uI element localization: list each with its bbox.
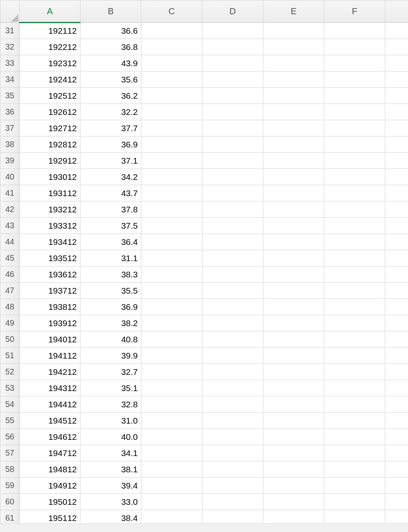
cell-C[interactable] — [141, 234, 202, 250]
cell-partial[interactable] — [385, 364, 408, 380]
cell-A[interactable]: 194612 — [20, 429, 80, 445]
cell-C[interactable] — [141, 396, 202, 413]
cell-A[interactable]: 192712 — [20, 120, 80, 136]
cell-F[interactable] — [324, 234, 385, 250]
row-header[interactable]: 57 — [0, 445, 20, 461]
cell-D[interactable] — [202, 396, 263, 413]
cell-B[interactable]: 32.7 — [80, 364, 141, 380]
cell-F[interactable] — [324, 39, 385, 55]
row-header[interactable]: 55 — [0, 413, 20, 429]
row-header[interactable]: 60 — [0, 494, 20, 510]
cell-A[interactable]: 192912 — [20, 153, 80, 169]
cell-D[interactable] — [202, 120, 263, 136]
cell-partial[interactable] — [385, 461, 408, 478]
cell-A[interactable]: 193612 — [20, 266, 80, 283]
cell-partial[interactable] — [385, 120, 408, 136]
cell-E[interactable] — [263, 348, 324, 364]
cell-F[interactable] — [324, 445, 385, 461]
cell-C[interactable] — [141, 299, 202, 315]
cell-A[interactable]: 194112 — [20, 348, 80, 364]
cell-B[interactable]: 32.2 — [80, 104, 141, 120]
column-header-partial[interactable] — [385, 0, 408, 23]
cell-A[interactable]: 192512 — [20, 88, 80, 104]
cell-D[interactable] — [202, 315, 263, 331]
cell-B[interactable]: 36.6 — [80, 23, 141, 39]
cell-A[interactable]: 193512 — [20, 250, 80, 266]
cell-E[interactable] — [263, 136, 324, 153]
cell-D[interactable] — [202, 364, 263, 380]
cell-F[interactable] — [324, 71, 385, 88]
select-all-corner[interactable] — [0, 0, 20, 23]
cell-B[interactable]: 36.4 — [80, 234, 141, 250]
cell-C[interactable] — [141, 153, 202, 169]
cell-C[interactable] — [141, 429, 202, 445]
cell-C[interactable] — [141, 315, 202, 331]
cell-E[interactable] — [263, 55, 324, 71]
cell-C[interactable] — [141, 71, 202, 88]
cell-A[interactable]: 193412 — [20, 234, 80, 250]
cell-D[interactable] — [202, 71, 263, 88]
cell-D[interactable] — [202, 445, 263, 461]
cell-B[interactable]: 38.1 — [80, 461, 141, 478]
cell-D[interactable] — [202, 413, 263, 429]
cell-A[interactable]: 193312 — [20, 218, 80, 234]
spreadsheet-grid[interactable]: A B C D E F 3119211236.63219221236.83319… — [0, 0, 408, 526]
horizontal-scrollbar[interactable] — [0, 523, 408, 532]
cell-D[interactable] — [202, 494, 263, 510]
cell-partial[interactable] — [385, 153, 408, 169]
cell-B[interactable]: 40.8 — [80, 331, 141, 348]
row-header[interactable]: 46 — [0, 266, 20, 283]
row-header[interactable]: 38 — [0, 136, 20, 153]
cell-partial[interactable] — [385, 234, 408, 250]
cell-E[interactable] — [263, 39, 324, 55]
cell-A[interactable]: 194912 — [20, 478, 80, 494]
cell-D[interactable] — [202, 348, 263, 364]
cell-partial[interactable] — [385, 266, 408, 283]
cell-partial[interactable] — [385, 250, 408, 266]
row-header[interactable]: 36 — [0, 104, 20, 120]
cell-C[interactable] — [141, 413, 202, 429]
cell-F[interactable] — [324, 169, 385, 185]
cell-B[interactable]: 43.9 — [80, 55, 141, 71]
cell-C[interactable] — [141, 120, 202, 136]
cell-partial[interactable] — [385, 23, 408, 39]
cell-partial[interactable] — [385, 478, 408, 494]
cell-F[interactable] — [324, 218, 385, 234]
cell-D[interactable] — [202, 104, 263, 120]
cell-E[interactable] — [263, 218, 324, 234]
row-header[interactable]: 53 — [0, 380, 20, 396]
cell-A[interactable]: 193212 — [20, 201, 80, 218]
row-header[interactable]: 47 — [0, 283, 20, 299]
cell-partial[interactable] — [385, 218, 408, 234]
cell-B[interactable]: 36.9 — [80, 299, 141, 315]
cell-B[interactable]: 40.0 — [80, 429, 141, 445]
cell-D[interactable] — [202, 218, 263, 234]
column-header-E[interactable]: E — [263, 0, 324, 23]
cell-E[interactable] — [263, 201, 324, 218]
cell-partial[interactable] — [385, 201, 408, 218]
cell-F[interactable] — [324, 283, 385, 299]
cell-D[interactable] — [202, 185, 263, 201]
cell-B[interactable]: 34.2 — [80, 169, 141, 185]
cell-A[interactable]: 194512 — [20, 413, 80, 429]
cell-B[interactable]: 36.2 — [80, 88, 141, 104]
cell-B[interactable]: 37.7 — [80, 120, 141, 136]
cell-E[interactable] — [263, 71, 324, 88]
cell-C[interactable] — [141, 348, 202, 364]
cell-A[interactable]: 192412 — [20, 71, 80, 88]
cell-F[interactable] — [324, 478, 385, 494]
cell-F[interactable] — [324, 201, 385, 218]
cell-partial[interactable] — [385, 299, 408, 315]
row-header[interactable]: 44 — [0, 234, 20, 250]
cell-D[interactable] — [202, 250, 263, 266]
cell-C[interactable] — [141, 55, 202, 71]
row-header[interactable]: 48 — [0, 299, 20, 315]
cell-D[interactable] — [202, 136, 263, 153]
cell-F[interactable] — [324, 266, 385, 283]
cell-F[interactable] — [324, 88, 385, 104]
cell-D[interactable] — [202, 169, 263, 185]
column-header-D[interactable]: D — [202, 0, 263, 23]
cell-B[interactable]: 38.3 — [80, 266, 141, 283]
cell-C[interactable] — [141, 445, 202, 461]
cell-F[interactable] — [324, 120, 385, 136]
